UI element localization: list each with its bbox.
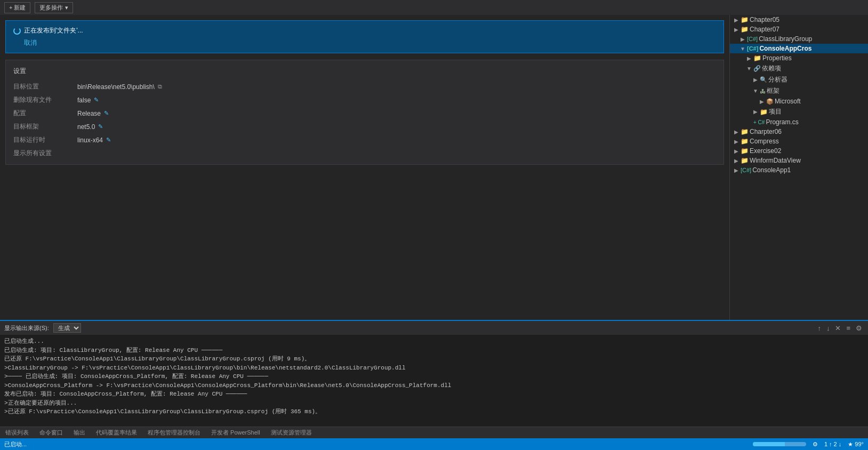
tree-label-winformdataview: WinformDataView <box>750 157 801 164</box>
output-toolbar: 显示输出来源(S): 生成 ↑ ↓ ✕ ≡ ⚙ <box>0 321 868 335</box>
label-target-location: 目标位置 <box>13 82 77 91</box>
tree-item-charpter06[interactable]: ▶ 📁 Charpter06 <box>730 127 868 136</box>
settings-row-target-location: 目标位置 bin\Release\net5.0\publish\ ⧉ <box>13 82 716 91</box>
tree-item-compress[interactable]: ▶ 📁 Compress <box>730 136 868 146</box>
tree-item-chapter05[interactable]: ▶ 📁 Chapter05 <box>730 15 868 25</box>
output-content: 已启动生成...已启动生成: 项目: ClassLibraryGroup, 配置… <box>0 335 868 427</box>
tree-item-consoleappcros[interactable]: ▼ [C#] ConsoleAppCros <box>730 44 868 53</box>
main-area: 正在发布到'文件夹'... 取消 设置 目标位置 bin\Release\net… <box>0 15 868 320</box>
loading-spinner <box>13 27 21 35</box>
tree-label-consoleapp1: ConsoleApp1 <box>752 166 791 174</box>
output-clear-btn[interactable]: ✕ <box>833 324 842 333</box>
publish-panel: 正在发布到'文件夹'... 取消 设置 目标位置 bin\Release\net… <box>0 15 729 320</box>
more-actions-button[interactable]: 更多操作 ▾ <box>35 2 73 13</box>
proj-icon-consoleappcros: [C#] <box>747 45 758 52</box>
proj-icon-consoleapp1: [C#] <box>741 167 751 173</box>
folder-icon-charpter06: 📁 <box>741 128 749 135</box>
arrow-dependencies: ▼ <box>746 66 752 71</box>
output-line: 已启动生成... <box>4 337 864 346</box>
arrow-properties: ▶ <box>746 55 752 61</box>
value-target-location: bin\Release\net5.0\publish\ ⧉ <box>77 83 716 91</box>
folder-icon-projects: 📁 <box>760 108 768 116</box>
tree-label-consoleappcros: ConsoleAppCros <box>759 45 811 52</box>
output-line: >已还原 F:\vsPractice\ConsoleApp1\ClassLibr… <box>4 407 864 416</box>
status-progress-bar-container <box>753 442 806 446</box>
status-settings-icon[interactable]: ⚙ <box>813 441 818 448</box>
value-delete-existing: false ✎ <box>77 97 716 104</box>
tree-item-framework[interactable]: ▼ 🖧 框架 <box>730 85 868 97</box>
tree-item-analyzer[interactable]: ▶ 🔍 分析器 <box>730 74 868 85</box>
edit-icon-delete-existing[interactable]: ✎ <box>94 97 99 103</box>
publishing-status-title: 正在发布到'文件夹'... <box>13 26 716 35</box>
tree-item-consoleapp1[interactable]: ▶ [C#] ConsoleApp1 <box>730 165 868 175</box>
right-sidebar: ▶ 📁 Chapter05 ▶ 📁 Chapter07 ▶ [C#] Class… <box>729 15 868 320</box>
target-location-text: bin\Release\net5.0\publish\ <box>77 83 155 91</box>
tree-label-framework: 框架 <box>767 86 779 95</box>
arrow-charpter06: ▶ <box>733 129 740 135</box>
label-config: 配置 <box>13 109 77 118</box>
tree-item-chapter07[interactable]: ▶ 📁 Chapter07 <box>730 25 868 34</box>
proj-icon-classlibrary: [C#] <box>747 36 758 42</box>
edit-icon-target-runtime[interactable]: ✎ <box>106 136 111 143</box>
tree-item-winformdataview[interactable]: ▶ 📁 WinformDataView <box>730 156 868 165</box>
bottom-tab-代码覆盖率结果[interactable]: 代码覆盖率结果 <box>91 427 142 439</box>
arrow-framework: ▼ <box>752 88 759 94</box>
folder-icon-compress: 📁 <box>741 138 749 145</box>
status-progress-bar-fill <box>753 442 785 446</box>
label-delete-existing: 删除现有文件 <box>13 95 77 105</box>
tree-item-properties[interactable]: ▶ 📁 Properties <box>730 53 868 63</box>
status-right: ⚙ 1 ↑ 2 ↓ ★ 99° <box>753 441 864 448</box>
cancel-link[interactable]: 取消 <box>24 38 716 47</box>
arrow-winformdataview: ▶ <box>733 158 740 164</box>
output-line: 已还原 F:\vsPractice\ConsoleApp1\ClassLibra… <box>4 355 864 364</box>
output-source-label: 显示输出来源(S): <box>4 324 49 332</box>
bottom-tab-测试资源管理器[interactable]: 测试资源管理器 <box>266 427 317 439</box>
status-bar: 已启动... ⚙ 1 ↑ 2 ↓ ★ 99° <box>0 438 868 450</box>
tree-label-microsoft: Microsoft <box>775 98 801 105</box>
output-line: >正在确定要还原的项目... <box>4 399 864 408</box>
tree-item-projects[interactable]: ▶ 📁 项目 <box>730 106 868 117</box>
top-toolbar: + 新建 更多操作 ▾ <box>0 0 868 15</box>
tree-label-programcs: Program.cs <box>766 118 798 126</box>
settings-box: 设置 目标位置 bin\Release\net5.0\publish\ ⧉ 删除… <box>5 60 724 165</box>
output-wrap-btn[interactable]: ≡ <box>845 324 852 333</box>
tree-item-microsoft[interactable]: ▶ 📦 Microsoft <box>730 97 868 106</box>
bottom-tab-命令窗口[interactable]: 命令窗口 <box>34 427 68 439</box>
tree-item-programcs[interactable]: + C# Program.cs <box>730 117 868 127</box>
tree-label-chapter07: Chapter07 <box>750 26 779 33</box>
tree-label-compress: Compress <box>750 138 779 145</box>
bottom-tab-开发者-PowerShell[interactable]: 开发者 PowerShell <box>206 427 266 439</box>
arrow-chapter05: ▶ <box>733 17 740 23</box>
bottom-tab-错误列表[interactable]: 错误列表 <box>0 427 34 439</box>
show-all-settings-link[interactable]: 显示所有设置 <box>13 149 716 158</box>
folder-icon-exercise02: 📁 <box>741 147 749 155</box>
publishing-status-box: 正在发布到'文件夹'... 取消 <box>5 20 724 53</box>
folder-icon-properties: 📁 <box>753 54 761 62</box>
tree-label-analyzer: 分析器 <box>768 75 787 84</box>
settings-row-target-framework: 目标框架 net5.0 ✎ <box>13 122 716 131</box>
bottom-tab-输出[interactable]: 输出 <box>68 427 91 439</box>
arrow-exercise02: ▶ <box>733 148 740 154</box>
output-scroll-up-btn[interactable]: ↑ <box>816 324 823 333</box>
settings-title: 设置 <box>13 67 716 76</box>
bottom-tabbar: 错误列表命令窗口输出代码覆盖率结果程序包管理器控制台开发者 PowerShell… <box>0 427 868 438</box>
config-text: Release <box>77 110 101 117</box>
status-count-text: 1 ↑ 2 ↓ <box>824 441 841 447</box>
arrow-chapter07: ▶ <box>733 27 740 33</box>
arrow-classlibrary: ▶ <box>740 36 746 42</box>
output-scroll-down-btn[interactable]: ↓ <box>825 324 832 333</box>
tree-item-dependencies[interactable]: ▼ 🔗 依赖项 <box>730 63 868 74</box>
folder-icon-chapter07: 📁 <box>741 26 749 33</box>
new-button[interactable]: + 新建 <box>4 2 30 13</box>
output-settings-btn[interactable]: ⚙ <box>854 324 864 333</box>
tree-item-exercise02[interactable]: ▶ 📁 Exercise02 <box>730 146 868 156</box>
edit-icon-target-framework[interactable]: ✎ <box>98 123 103 130</box>
copy-icon-target-location[interactable]: ⧉ <box>158 83 162 90</box>
output-source-select[interactable]: 生成 <box>53 323 81 333</box>
output-actions: ↑ ↓ ✕ ≡ ⚙ <box>816 324 864 333</box>
edit-icon-config[interactable]: ✎ <box>104 110 109 117</box>
status-left-text: 已启动... <box>4 440 27 448</box>
tree-item-classlibrary[interactable]: ▶ [C#] ClassLibraryGroup <box>730 34 868 44</box>
output-line: 发布已启动: 项目: ConsoleAppCross_Platform, 配置:… <box>4 390 864 399</box>
bottom-tab-程序包管理器控制台[interactable]: 程序包管理器控制台 <box>142 427 206 439</box>
